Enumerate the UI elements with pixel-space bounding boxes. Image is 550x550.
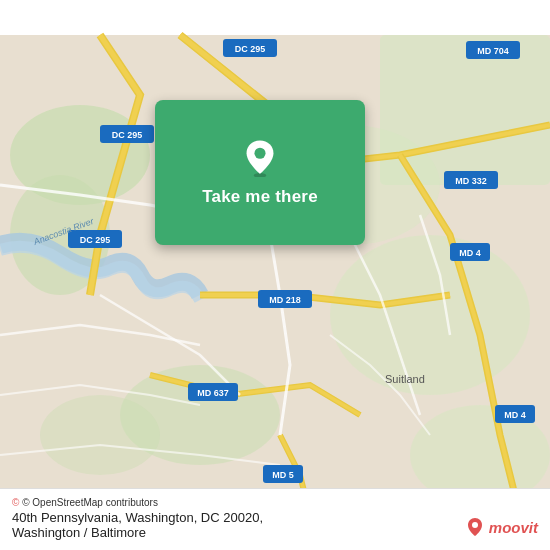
moovit-logo-text: moovit bbox=[489, 519, 538, 536]
svg-text:MD 704: MD 704 bbox=[477, 46, 509, 56]
svg-point-7 bbox=[40, 395, 160, 475]
map-svg: DC 295 DC 295 DC 295 MD 704 MD 332 MD 4 … bbox=[0, 0, 550, 550]
svg-text:Suitland: Suitland bbox=[385, 373, 425, 385]
take-me-there-button[interactable]: Take me there bbox=[202, 187, 318, 207]
svg-point-33 bbox=[472, 522, 478, 528]
location-pin-icon bbox=[241, 139, 279, 177]
svg-text:MD 4: MD 4 bbox=[504, 410, 526, 420]
svg-text:MD 4: MD 4 bbox=[459, 248, 481, 258]
moovit-icon bbox=[464, 516, 486, 538]
bottom-bar: © © OpenStreetMap contributors 40th Penn… bbox=[0, 488, 550, 550]
svg-text:DC 295: DC 295 bbox=[112, 130, 143, 140]
svg-text:DC 295: DC 295 bbox=[235, 44, 266, 54]
svg-text:MD 332: MD 332 bbox=[455, 176, 487, 186]
svg-point-4 bbox=[330, 235, 530, 395]
moovit-logo: moovit bbox=[464, 516, 538, 538]
svg-text:DC 295: DC 295 bbox=[80, 235, 111, 245]
svg-text:MD 5: MD 5 bbox=[272, 470, 294, 480]
svg-text:MD 218: MD 218 bbox=[269, 295, 301, 305]
location-card: Take me there bbox=[155, 100, 365, 245]
svg-text:MD 637: MD 637 bbox=[197, 388, 229, 398]
osm-credit: © © OpenStreetMap contributors bbox=[12, 497, 538, 508]
map-container: DC 295 DC 295 DC 295 MD 704 MD 332 MD 4 … bbox=[0, 0, 550, 550]
address-line: 40th Pennsylvania, Washington, DC 20020,… bbox=[12, 510, 538, 540]
svg-point-32 bbox=[254, 147, 265, 158]
